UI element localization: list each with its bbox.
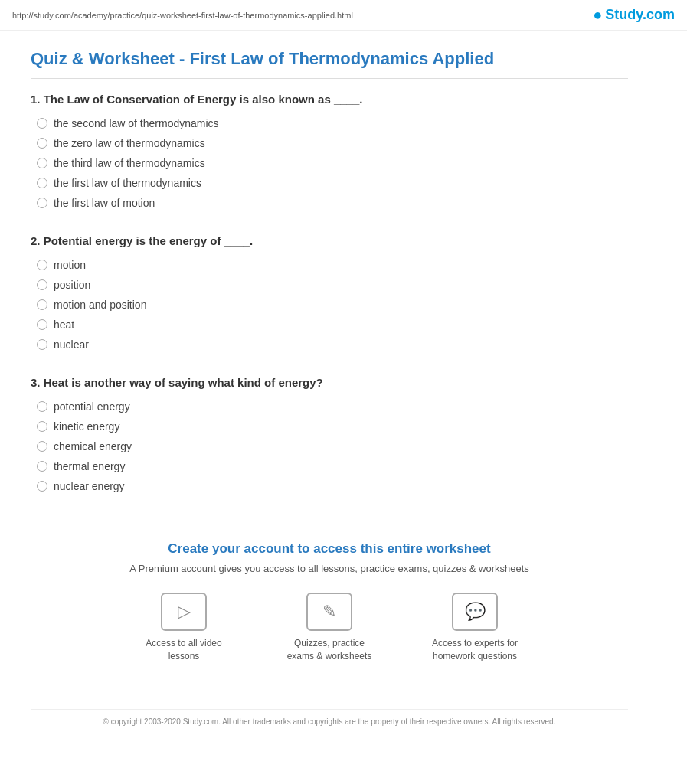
option-label: heat [54, 318, 74, 331]
radio-circle[interactable] [37, 441, 47, 452]
question-3: 3. Heat is another way of saying what ki… [31, 376, 628, 496]
radio-circle[interactable] [37, 118, 47, 129]
option-label: the first law of motion [54, 197, 155, 209]
radio-circle[interactable] [37, 198, 47, 208]
radio-circle[interactable] [37, 299, 47, 310]
radio-circle[interactable] [37, 401, 47, 412]
question-1-options: the second law of thermodynamicsthe zero… [31, 113, 628, 213]
upsell-item-2-label: Quizzes, practice exams & worksheets [280, 637, 379, 663]
radio-circle[interactable] [37, 421, 47, 432]
upsell-item-2: ✎Quizzes, practice exams & worksheets [280, 593, 379, 663]
question-1-option-2[interactable]: the zero law of thermodynamics [31, 133, 628, 153]
question-1-option-3[interactable]: the third law of thermodynamics [31, 153, 628, 173]
radio-circle[interactable] [37, 279, 47, 290]
question-2-options: motionpositionmotion and positionheatnuc… [31, 255, 628, 354]
option-label: the first law of thermodynamics [54, 177, 201, 189]
option-label: nuclear [54, 338, 89, 351]
option-label: thermal energy [54, 460, 125, 472]
question-1-option-1[interactable]: the second law of thermodynamics [31, 113, 628, 133]
question-1-text: 1. The Law of Conservation of Energy is … [31, 93, 628, 106]
question-2-text: 2. Potential energy is the energy of ___… [31, 234, 628, 247]
option-label: position [54, 279, 90, 291]
question-2-option-5[interactable]: nuclear [31, 335, 628, 354]
option-label: potential energy [54, 400, 130, 413]
radio-circle[interactable] [37, 481, 47, 492]
radio-circle[interactable] [37, 138, 47, 149]
question-3-option-1[interactable]: potential energy [31, 397, 628, 416]
radio-circle[interactable] [37, 461, 47, 472]
question-3-options: potential energykinetic energychemical e… [31, 397, 628, 496]
upsell-item-3: 💬Access to experts for homework question… [425, 593, 525, 663]
questions-container: 1. The Law of Conservation of Energy is … [31, 93, 628, 496]
option-label: the zero law of thermodynamics [54, 137, 205, 149]
radio-circle[interactable] [37, 178, 47, 188]
question-2-option-1[interactable]: motion [31, 255, 628, 275]
option-label: motion and position [54, 299, 146, 311]
upsell-item-1-label: Access to all video lessons [134, 637, 234, 663]
main-content: Quiz & Worksheet - First Law of Thermody… [0, 31, 659, 756]
question-2-option-3[interactable]: motion and position [31, 295, 628, 315]
question-3-text: 3. Heat is another way of saying what ki… [31, 376, 628, 389]
question-3-option-2[interactable]: kinetic energy [31, 416, 628, 436]
radio-circle[interactable] [37, 158, 47, 168]
question-2-option-2[interactable]: position [31, 275, 628, 295]
upsell-section: Create your account to access this entir… [31, 518, 628, 694]
page-title: Quiz & Worksheet - First Law of Thermody… [31, 49, 628, 79]
question-1-option-5[interactable]: the first law of motion [31, 193, 628, 213]
upsell-item-3-label: Access to experts for homework questions [425, 637, 525, 663]
upsell-item-1: ▷Access to all video lessons [134, 593, 234, 663]
question-1: 1. The Law of Conservation of Energy is … [31, 93, 628, 213]
logo-text: Study.com [605, 7, 675, 23]
footer-text: © copyright 2003-2020 Study.com. All oth… [31, 709, 628, 726]
logo-area: ● Study.com [593, 6, 675, 24]
chat-icon: 💬 [452, 593, 498, 631]
url-bar: http://study.com/academy/practice/quiz-w… [12, 11, 353, 20]
upsell-icons: ▷Access to all video lessons✎Quizzes, pr… [46, 593, 613, 663]
play-icon: ▷ [161, 593, 207, 631]
question-3-option-5[interactable]: nuclear energy [31, 476, 628, 496]
radio-circle[interactable] [37, 260, 47, 270]
question-1-option-4[interactable]: the first law of thermodynamics [31, 173, 628, 193]
question-3-option-3[interactable]: chemical energy [31, 436, 628, 456]
option-label: the second law of thermodynamics [54, 117, 219, 129]
logo-icon: ● [593, 6, 602, 24]
option-label: the third law of thermodynamics [54, 157, 205, 169]
option-label: chemical energy [54, 440, 132, 452]
quiz-icon: ✎ [306, 593, 352, 631]
option-label: nuclear energy [54, 480, 125, 492]
option-label: kinetic energy [54, 420, 119, 433]
top-bar: http://study.com/academy/practice/quiz-w… [0, 0, 687, 31]
upsell-title: Create your account to access this entir… [46, 541, 613, 557]
question-2: 2. Potential energy is the energy of ___… [31, 234, 628, 354]
radio-circle[interactable] [37, 319, 47, 330]
question-3-option-4[interactable]: thermal energy [31, 456, 628, 476]
radio-circle[interactable] [37, 339, 47, 350]
upsell-subtitle: A Premium account gives you access to al… [46, 563, 613, 574]
option-label: motion [54, 259, 86, 271]
question-2-option-4[interactable]: heat [31, 315, 628, 335]
